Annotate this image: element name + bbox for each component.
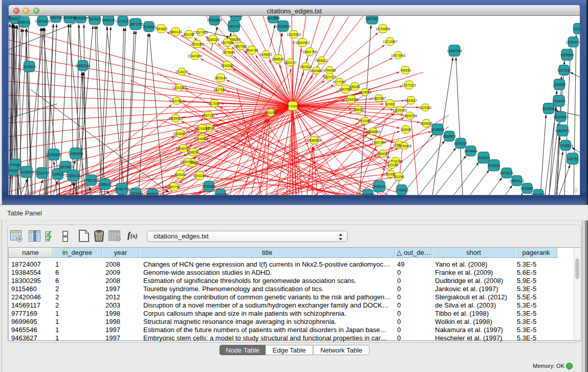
svg-text:9699695: 9699695 — [420, 122, 433, 125]
svg-text:10756928: 10756928 — [397, 144, 412, 148]
svg-text:2887682: 2887682 — [365, 17, 379, 20]
svg-text:10958117: 10958117 — [98, 183, 113, 186]
svg-text:8427552: 8427552 — [214, 88, 227, 92]
svg-text:111975: 111975 — [573, 27, 580, 31]
svg-text:9327508: 9327508 — [221, 41, 234, 45]
svg-text:12975115: 12975115 — [402, 83, 416, 87]
svg-text:4055721: 4055721 — [17, 20, 31, 24]
svg-text:6379197: 6379197 — [454, 142, 467, 145]
svg-text:12242737: 12242737 — [34, 171, 50, 175]
svg-text:2616510: 2616510 — [23, 65, 36, 69]
svg-text:417006: 417006 — [209, 102, 220, 105]
svg-text:39154: 39154 — [9, 169, 17, 172]
svg-text:18724007: 18724007 — [286, 104, 300, 108]
svg-text:3215958: 3215958 — [542, 107, 555, 111]
svg-text:3624554: 3624554 — [359, 91, 372, 94]
svg-text:6990448: 6990448 — [310, 69, 323, 73]
svg-text:18495758: 18495758 — [403, 114, 418, 118]
svg-text:9245652: 9245652 — [520, 187, 534, 190]
svg-text:9146821: 9146821 — [260, 53, 273, 56]
svg-text:17957253: 17957253 — [83, 179, 99, 182]
svg-text:748500: 748500 — [400, 69, 411, 72]
svg-text:10973493: 10973493 — [391, 54, 406, 57]
svg-text:8471676: 8471676 — [500, 171, 513, 175]
svg-text:12505135: 12505135 — [66, 174, 81, 178]
svg-text:3215958: 3215958 — [431, 128, 444, 132]
svg-text:2530205: 2530205 — [265, 111, 277, 115]
svg-text:116753: 116753 — [567, 157, 578, 161]
svg-text:16640910: 16640910 — [295, 41, 310, 45]
svg-text:2803144: 2803144 — [214, 76, 227, 80]
svg-text:12344269: 12344269 — [213, 193, 228, 195]
svg-text:12325419: 12325419 — [287, 33, 301, 36]
svg-text:27327459: 27327459 — [193, 31, 208, 34]
svg-text:17016504: 17016504 — [558, 144, 573, 147]
svg-text:9474444: 9474444 — [464, 149, 477, 153]
svg-text:9115460: 9115460 — [419, 106, 432, 110]
svg-text:30975867: 30975867 — [58, 165, 73, 169]
svg-text:6497568: 6497568 — [339, 87, 352, 91]
svg-text:9082309: 9082309 — [49, 16, 62, 19]
svg-text:7632621: 7632621 — [487, 164, 500, 167]
svg-text:8186328: 8186328 — [207, 38, 220, 41]
svg-text:2718176: 2718176 — [176, 70, 188, 74]
svg-text:21364436: 21364436 — [344, 98, 359, 101]
svg-text:1588520: 1588520 — [272, 57, 285, 61]
svg-text:10653267: 10653267 — [73, 16, 89, 20]
svg-text:15720407: 15720407 — [358, 119, 373, 123]
svg-text:20434065: 20434065 — [194, 137, 209, 141]
svg-text:9660124: 9660124 — [169, 30, 182, 34]
svg-text:3698222: 3698222 — [187, 150, 200, 154]
svg-text:11156829: 11156829 — [19, 170, 34, 174]
svg-text:7986322: 7986322 — [352, 108, 365, 112]
svg-text:19654923: 19654923 — [168, 117, 183, 120]
svg-text:7955812: 7955812 — [315, 59, 328, 62]
svg-text:16543362: 16543362 — [190, 42, 205, 46]
svg-text:19448347: 19448347 — [228, 16, 244, 17]
svg-text:1615132: 1615132 — [386, 163, 399, 167]
svg-text:29844577: 29844577 — [531, 193, 546, 195]
svg-text:16154808: 16154808 — [376, 27, 390, 31]
svg-text:15692971: 15692971 — [555, 129, 570, 133]
svg-text:1621072: 1621072 — [323, 75, 336, 79]
svg-text:252254: 252254 — [393, 175, 404, 179]
svg-text:2935114: 2935114 — [477, 156, 490, 160]
svg-text:8938923: 8938923 — [443, 135, 456, 138]
svg-text:16961758: 16961758 — [302, 50, 317, 54]
svg-text:9777169: 9777169 — [333, 80, 346, 84]
svg-text:19193052: 19193052 — [195, 127, 210, 130]
svg-text:19384554: 19384554 — [307, 139, 322, 142]
svg-text:9463627: 9463627 — [405, 99, 418, 102]
svg-text:9857791: 9857791 — [168, 185, 181, 189]
svg-text:2867608: 2867608 — [234, 45, 247, 48]
svg-text:8813054: 8813054 — [267, 16, 280, 20]
svg-text:10107553: 10107553 — [169, 99, 184, 103]
svg-text:5716485: 5716485 — [202, 185, 215, 188]
svg-text:7515526: 7515526 — [142, 25, 156, 29]
svg-text:12213363: 12213363 — [172, 86, 187, 90]
svg-text:114519: 114519 — [52, 172, 63, 176]
svg-text:22420046: 22420046 — [188, 54, 203, 58]
svg-text:1733426: 1733426 — [395, 188, 408, 192]
svg-text:7625402: 7625402 — [174, 173, 187, 177]
svg-text:1244415: 1244415 — [552, 99, 565, 103]
svg-text:10688609: 10688609 — [366, 130, 381, 134]
svg-text:3675685: 3675685 — [223, 51, 235, 54]
svg-text:12323446: 12323446 — [128, 192, 143, 195]
svg-text:16671355: 16671355 — [128, 23, 143, 26]
svg-text:1691144: 1691144 — [193, 174, 206, 178]
svg-text:8454749: 8454749 — [246, 49, 258, 52]
svg-text:16033809: 16033809 — [207, 18, 222, 22]
svg-text:6794028: 6794028 — [323, 69, 336, 72]
svg-text:7357224: 7357224 — [227, 25, 241, 28]
svg-text:10025433: 10025433 — [393, 108, 407, 112]
svg-text:10807487: 10807487 — [372, 97, 386, 100]
svg-text:5322037: 5322037 — [284, 61, 297, 64]
svg-text:16647294: 16647294 — [447, 49, 462, 53]
svg-text:14136141: 14136141 — [372, 185, 387, 188]
svg-text:15751074: 15751074 — [565, 40, 580, 44]
svg-text:891295: 891295 — [183, 33, 194, 36]
svg-text:20740364: 20740364 — [360, 193, 376, 195]
svg-text:12213967: 12213967 — [383, 40, 398, 43]
svg-text:13607249: 13607249 — [372, 141, 386, 144]
